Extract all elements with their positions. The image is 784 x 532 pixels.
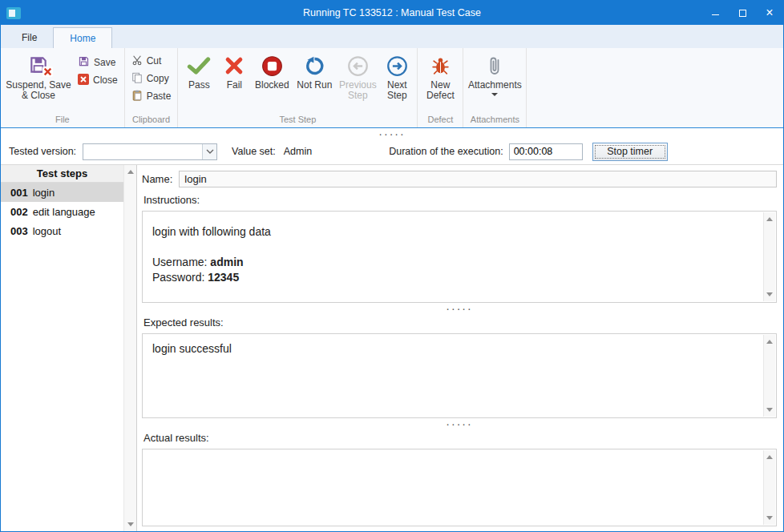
chevron-down-icon — [206, 149, 214, 154]
window-title: Running TC 133512 : Manual Test Case — [1, 7, 783, 18]
cut-button[interactable]: Cut — [127, 52, 176, 70]
previous-step-icon — [347, 53, 369, 79]
copy-icon — [131, 72, 143, 86]
not-run-icon — [304, 53, 325, 79]
expected-results-label: Expected results: — [143, 316, 777, 331]
paste-icon — [131, 90, 143, 103]
close-icon — [78, 74, 89, 87]
instructions-line: Username: admin — [152, 255, 766, 270]
tested-version-label: Tested version: — [9, 146, 76, 157]
blocked-button[interactable]: Blocked — [251, 48, 293, 91]
actual-results-label: Actual results: — [143, 432, 777, 446]
test-step-item[interactable]: 003 logout — [1, 221, 123, 240]
ribbon-group-file: Suspend, Save & Close Save Close File — [1, 48, 125, 127]
suspend-save-close-button[interactable]: Suspend, Save & Close — [3, 48, 74, 101]
execution-toolbar: Tested version: Value set: Admin Duratio… — [1, 139, 783, 165]
previous-step-button[interactable]: Previous Step — [336, 48, 379, 101]
save-button[interactable]: Save — [74, 54, 122, 71]
scroll-up-icon[interactable] — [766, 340, 773, 344]
scroll-up-icon[interactable] — [766, 455, 773, 459]
test-steps-scrollbar[interactable] — [123, 165, 136, 531]
suspend-save-icon — [27, 54, 50, 77]
cut-icon — [131, 54, 143, 68]
group-label-clipboard: Clipboard — [127, 113, 176, 127]
window-controls: × — [701, 1, 783, 25]
name-field[interactable] — [179, 171, 777, 187]
app-icon — [6, 7, 21, 19]
ribbon: Suspend, Save & Close Save Close File — [1, 48, 783, 128]
tested-version-combo[interactable] — [83, 143, 217, 160]
duration-field[interactable] — [509, 143, 583, 160]
group-label-test-step: Test Step — [180, 113, 414, 127]
app-window: Running TC 133512 : Manual Test Case × F… — [0, 0, 784, 532]
close-window-button[interactable]: × — [756, 1, 783, 25]
tab-file[interactable]: File — [6, 27, 53, 48]
not-run-button[interactable]: Not Run — [293, 48, 336, 91]
group-label-defect: Defect — [420, 113, 460, 127]
blocked-icon — [261, 53, 283, 79]
new-defect-button[interactable]: New Defect — [420, 48, 460, 101]
test-steps-panel: Test steps 001 login 002 edit language 0… — [1, 165, 137, 531]
minimize-button[interactable] — [701, 1, 729, 25]
instructions-line: login with following data — [152, 224, 766, 240]
ribbon-group-clipboard: Cut Copy Paste Clipboard — [125, 48, 179, 127]
instructions-label: Instructions: — [143, 194, 777, 208]
scroll-down-icon[interactable] — [766, 408, 773, 412]
value-set-value: Admin — [284, 146, 312, 157]
expected-results-editor[interactable]: login successful — [142, 333, 777, 418]
next-step-button[interactable]: Next Step — [379, 48, 414, 101]
scroll-down-icon[interactable] — [766, 516, 773, 520]
test-steps-header: Test steps — [1, 165, 123, 183]
attachments-button[interactable]: Attachments — [466, 48, 523, 96]
tested-version-dropdown-button[interactable] — [202, 144, 216, 159]
close-button[interactable]: Close — [74, 71, 122, 89]
copy-button[interactable]: Copy — [127, 70, 176, 87]
fail-icon — [224, 53, 244, 79]
ribbon-group-test-step: Pass Fail Blocked Not Run Previous Step — [178, 48, 418, 127]
name-label: Name: — [142, 173, 172, 185]
value-set-label: Value set: — [232, 146, 276, 157]
expected-results-scrollbar[interactable] — [763, 335, 775, 417]
ribbon-group-defect: New Defect Defect — [418, 48, 463, 127]
scroll-up-icon[interactable] — [127, 170, 134, 174]
scroll-down-icon[interactable] — [766, 292, 773, 296]
duration-label: Duration of the execution: — [389, 146, 503, 157]
step-detail-panel: Name: Instructions: login with following… — [137, 165, 783, 531]
instructions-editor[interactable]: login with following data Username: admi… — [142, 211, 777, 303]
attachments-dropdown-icon — [491, 93, 498, 96]
group-label-file: File — [3, 113, 122, 127]
paste-button[interactable]: Paste — [127, 87, 176, 105]
fail-button[interactable]: Fail — [217, 48, 251, 91]
instructions-scrollbar[interactable] — [763, 212, 775, 301]
save-icon — [78, 55, 90, 70]
group-label-attachments: Attachments — [466, 113, 523, 127]
maximize-button[interactable] — [729, 1, 756, 25]
ribbon-collapse-grip[interactable]: ····· — [1, 128, 783, 139]
next-step-icon — [386, 53, 408, 79]
actual-results-scrollbar[interactable] — [763, 450, 775, 525]
splitter-instructions-expected[interactable]: ····· — [142, 303, 777, 313]
scroll-down-icon[interactable] — [127, 522, 134, 526]
test-steps-list: Test steps 001 login 002 edit language 0… — [1, 165, 123, 531]
maximize-icon — [739, 10, 746, 17]
test-step-item[interactable]: 002 edit language — [1, 202, 123, 221]
instructions-line: Password: 12345 — [152, 270, 766, 285]
pass-button[interactable]: Pass — [180, 48, 217, 91]
content-area: Test steps 001 login 002 edit language 0… — [1, 165, 783, 531]
titlebar: Running TC 133512 : Manual Test Case × — [1, 1, 783, 25]
tested-version-input[interactable] — [83, 144, 202, 159]
tab-home[interactable]: Home — [53, 27, 112, 48]
ribbon-tab-row: File Home — [1, 25, 783, 48]
splitter-expected-actual[interactable]: ····· — [142, 418, 777, 429]
suspend-save-close-label: Suspend, Save & Close — [6, 80, 71, 101]
pass-icon — [187, 53, 211, 79]
bug-icon — [430, 53, 451, 79]
test-step-item[interactable]: 001 login — [1, 183, 123, 202]
ribbon-group-attachments: Attachments Attachments — [463, 48, 527, 127]
minimize-icon — [712, 14, 719, 15]
expected-results-text: login successful — [152, 341, 766, 357]
paperclip-icon — [488, 53, 501, 79]
scroll-up-icon[interactable] — [766, 217, 773, 221]
stop-timer-button[interactable]: Stop timer — [592, 143, 668, 161]
actual-results-editor[interactable] — [142, 449, 777, 526]
